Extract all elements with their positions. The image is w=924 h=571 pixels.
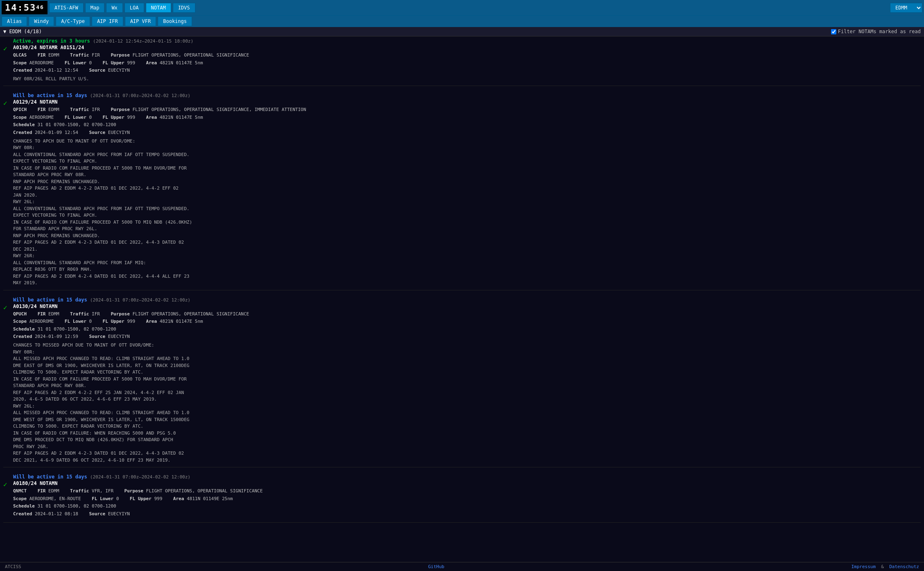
notam-content-3: Will be active in 15 days (2024-01-31 07… — [11, 297, 921, 464]
filter-label[interactable]: Filter NOTAMs marked as read — [831, 29, 921, 34]
header: 14:5346 ATIS-AFW Map Wx LOA NOTAM IDVS E… — [0, 0, 924, 15]
notam-content-2: Will be active in 15 days (2024-01-31 07… — [11, 93, 921, 286]
btn-atis-afw[interactable]: ATIS-AFW — [49, 3, 84, 13]
btn-loa[interactable]: LOA — [125, 3, 144, 13]
footer-right: Impressum & Datenschutz — [851, 564, 919, 569]
clock: 14:5346 — [2, 1, 48, 14]
nav2: Alias Windy A/C-Type AIP IFR AIP VFR Boo… — [0, 15, 924, 27]
filterbar: ▼ EDDM (4/18) Filter NOTAMs marked as re… — [0, 27, 924, 36]
notam-card-3: ✓ Will be active in 15 days (2024-01-31 … — [3, 297, 921, 467]
notam-id-1: A0190/24 NOTAMR A0151/24 — [13, 45, 921, 50]
footer-center: GitHub — [21, 564, 852, 569]
btn-windy[interactable]: Windy — [29, 16, 54, 26]
btn-aip-ifr[interactable]: AIP IFR — [92, 16, 123, 26]
btn-wx[interactable]: Wx — [106, 3, 122, 13]
btn-alias[interactable]: Alias — [2, 16, 27, 26]
footer: ATCISS GitHub Impressum & Datenschutz — [0, 562, 924, 571]
notam-body-1: RWY 08R/26L RCLL PARTLY U/S. — [13, 76, 921, 83]
footer-github-link[interactable]: GitHub — [428, 564, 444, 569]
btn-actype[interactable]: A/C-Type — [56, 16, 90, 26]
notam-card-2: ✓ Will be active in 15 days (2024-01-31 … — [3, 93, 921, 290]
footer-impressum-link[interactable]: Impressum — [851, 564, 876, 569]
notam-card-4: ✓ Will be active in 15 days (2024-01-31 … — [3, 474, 921, 523]
notam-check-2: ✓ — [3, 93, 11, 286]
notam-fields-1: QLCAS FIR EDMM Traffic FIR Purpose FLIGH… — [13, 52, 921, 74]
section-label: ▼ EDDM (4/18) — [3, 29, 42, 34]
notam-fields-4: QNMCT FIR EDMM Traffic VFR, IFR Purpose … — [13, 487, 921, 517]
notam-status-4: Will be active in 15 days (2024-01-31 07… — [13, 474, 921, 480]
notam-id-4: A0180/24 NOTAMN — [13, 480, 921, 486]
edmm-select[interactable]: EDMM — [890, 3, 922, 13]
filter-text: Filter NOTAMs marked as read — [838, 29, 921, 34]
btn-map[interactable]: Map — [85, 3, 105, 13]
filter-checkbox[interactable] — [831, 29, 836, 34]
notam-content-4: Will be active in 15 days (2024-01-31 07… — [11, 474, 921, 519]
notam-status-2: Will be active in 15 days (2024-01-31 07… — [13, 93, 921, 98]
btn-aip-vfr[interactable]: AIP VFR — [125, 16, 156, 26]
btn-bookings[interactable]: Bookings — [158, 16, 192, 26]
footer-left: ATCISS — [5, 564, 21, 569]
clock-time: 14:53 — [5, 2, 36, 13]
notam-body-3: CHANGES TO MISSED APCH DUE TO MAINT OF O… — [13, 342, 921, 464]
notam-content-1: Active, expires in 3 hours (2024-01-12 1… — [11, 38, 921, 82]
notam-check-1: ✓ — [3, 38, 11, 82]
notam-status-1: Active, expires in 3 hours (2024-01-12 1… — [13, 38, 921, 44]
footer-datenschutz-link[interactable]: Datenschutz — [889, 564, 919, 569]
btn-notam[interactable]: NOTAM — [146, 3, 171, 13]
notam-body-2: CHANGES TO APCH DUE TO MAINT OF OTT DVOR… — [13, 138, 921, 287]
app: 14:5346 ATIS-AFW Map Wx LOA NOTAM IDVS E… — [0, 0, 924, 571]
clock-seconds: 46 — [36, 4, 44, 10]
notam-fields-3: QPUCH FIR EDMM Traffic IFR Purpose FLIGH… — [13, 310, 921, 340]
notam-check-4: ✓ — [3, 474, 11, 519]
main-content: ✓ Active, expires in 3 hours (2024-01-12… — [0, 36, 924, 562]
notam-card-1: ✓ Active, expires in 3 hours (2024-01-12… — [3, 38, 921, 86]
notam-status-3: Will be active in 15 days (2024-01-31 07… — [13, 297, 921, 303]
notam-id-2: A0129/24 NOTAMN — [13, 99, 921, 105]
notam-id-3: A0130/24 NOTAMN — [13, 304, 921, 309]
notam-check-3: ✓ — [3, 297, 11, 464]
notam-fields-2: QPICH FIR EDMM Traffic IFR Purpose FLIGH… — [13, 106, 921, 136]
btn-idvs[interactable]: IDVS — [173, 3, 195, 13]
